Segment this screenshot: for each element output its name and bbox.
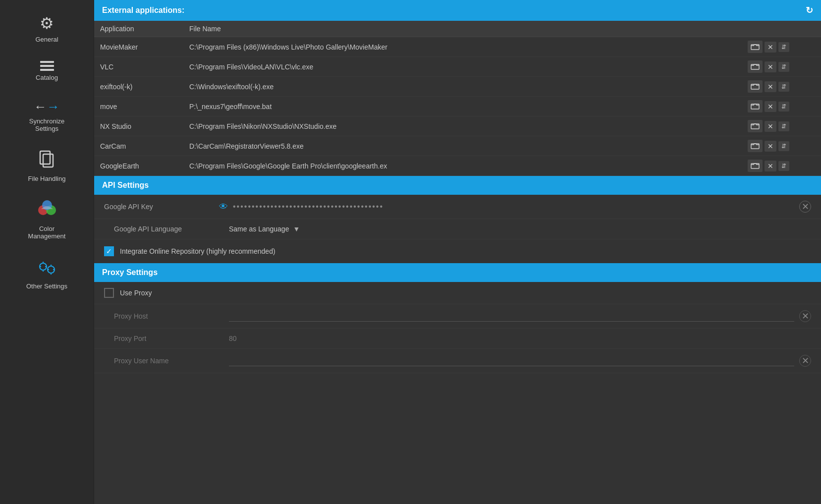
external-apps-table-container[interactable]: Application File Name MovieMaker C:\Prog… — [94, 21, 821, 176]
browse-button[interactable] — [748, 41, 763, 53]
proxy-settings-header: Proxy Settings — [94, 263, 821, 282]
proxy-user-row: Proxy User Name ✕ — [94, 349, 821, 373]
sidebar-item-sync[interactable]: ← → SynchronizeSettings — [0, 90, 94, 141]
browse-button[interactable] — [748, 140, 763, 152]
sidebar-item-general[interactable]: ⚙ General — [0, 5, 94, 52]
browse-button[interactable] — [748, 160, 763, 172]
table-row[interactable]: exiftool(-k) C:\Windows\exiftool(-k).exe… — [94, 77, 821, 97]
use-proxy-label: Use Proxy — [120, 289, 152, 297]
api-settings-header: API Settings — [94, 176, 821, 195]
proxy-settings-content: Use Proxy Proxy Host ✕ Proxy Port 80 Pro… — [94, 282, 821, 373]
proxy-settings-title: Proxy Settings — [102, 268, 158, 277]
delete-button[interactable]: ✕ — [765, 121, 776, 132]
clear-proxy-host-button[interactable]: ✕ — [799, 310, 811, 322]
sidebar-item-file-handling[interactable]: File Handling — [0, 141, 94, 191]
col-actions — [742, 21, 821, 37]
row-actions: ✕ ⇵ — [742, 57, 821, 77]
browse-button[interactable] — [748, 100, 763, 112]
app-path: C:\Program Files\Nikon\NXStudio\NXStudio… — [183, 116, 742, 136]
table-row[interactable]: VLC C:\Program Files\VideoLAN\VLC\vlc.ex… — [94, 57, 821, 77]
integrate-repo-checkbox[interactable]: ✓ — [104, 246, 114, 256]
table-row[interactable]: NX Studio C:\Program Files\Nikon\NXStudi… — [94, 116, 821, 136]
row-actions: ✕ ⇵ — [742, 116, 821, 136]
move-button[interactable]: ⇵ — [778, 62, 789, 72]
app-path: C:\Program Files\Google\Google Earth Pro… — [183, 156, 742, 176]
browse-button[interactable] — [748, 120, 763, 132]
use-proxy-row: Use Proxy — [94, 282, 821, 304]
move-button[interactable]: ⇵ — [778, 102, 789, 112]
color-management-icon — [38, 200, 56, 222]
move-button[interactable]: ⇵ — [778, 121, 789, 131]
google-api-key-row: Google API Key 👁 •••••••••••••••••••••••… — [94, 195, 821, 219]
sidebar: ⚙ General Catalog ← → SynchronizeSetting… — [0, 0, 94, 504]
google-api-key-label: Google API Key — [104, 203, 213, 211]
move-button[interactable]: ⇵ — [778, 141, 789, 151]
sidebar-label-sync: SynchronizeSettings — [29, 117, 65, 132]
app-path: C:\Windows\exiftool(-k).exe — [183, 77, 742, 97]
delete-button[interactable]: ✕ — [765, 61, 776, 72]
move-button[interactable]: ⇵ — [778, 161, 789, 171]
external-apps-table: Application File Name MovieMaker C:\Prog… — [94, 21, 821, 176]
col-application: Application — [94, 21, 183, 37]
clear-proxy-user-button[interactable]: ✕ — [799, 355, 811, 367]
app-path: D:\CarCam\RegistratorViewer5.8.exe — [183, 136, 742, 156]
proxy-user-label: Proxy User Name — [114, 357, 223, 365]
google-api-language-row: Google API Language Same as Language ▼ — [94, 219, 821, 239]
row-actions: ✕ ⇵ — [742, 156, 821, 176]
delete-button[interactable]: ✕ — [765, 42, 776, 53]
sidebar-item-catalog[interactable]: Catalog — [0, 52, 94, 90]
svg-rect-0 — [40, 151, 50, 164]
external-apps-header: External applications: ↻ — [94, 0, 821, 21]
checkmark-icon: ✓ — [106, 247, 112, 255]
main-content: External applications: ↻ Application Fil… — [94, 0, 821, 504]
proxy-host-row: Proxy Host ✕ — [94, 304, 821, 329]
row-actions: ✕ ⇵ — [742, 97, 821, 116]
move-button[interactable]: ⇵ — [778, 42, 789, 52]
language-value: Same as Language — [229, 225, 289, 233]
move-button[interactable]: ⇵ — [778, 82, 789, 92]
use-proxy-checkbox[interactable] — [104, 288, 114, 298]
api-key-row: 👁 ••••••••••••••••••••••••••••••••••••••… — [219, 201, 811, 213]
delete-button[interactable]: ✕ — [765, 141, 776, 152]
app-name: move — [94, 97, 183, 116]
browse-button[interactable] — [748, 60, 763, 73]
proxy-port-row: Proxy Port 80 — [94, 329, 821, 349]
row-actions: ✕ ⇵ — [742, 77, 821, 97]
clear-api-key-button[interactable]: ✕ — [799, 201, 811, 213]
app-name: NX Studio — [94, 116, 183, 136]
svg-rect-1 — [43, 154, 53, 167]
file-handling-icon — [38, 150, 56, 172]
app-name: CarCam — [94, 136, 183, 156]
language-dropdown[interactable]: Same as Language ▼ — [229, 225, 300, 233]
delete-button[interactable]: ✕ — [765, 161, 776, 171]
integrate-repo-label: Integrate Online Repository (highly reco… — [120, 247, 275, 255]
delete-button[interactable]: ✕ — [765, 101, 776, 112]
api-key-dots: •••••••••••••••••••••••••••••••••••••••• — [233, 202, 794, 211]
api-settings-content: Google API Key 👁 •••••••••••••••••••••••… — [94, 195, 821, 263]
row-actions: ✕ ⇵ — [742, 37, 821, 57]
proxy-host-input[interactable] — [229, 311, 794, 322]
app-name: exiftool(-k) — [94, 77, 183, 97]
table-row[interactable]: MovieMaker C:\Program Files (x86)\Window… — [94, 37, 821, 57]
external-apps-title: External applications: — [102, 6, 184, 15]
sidebar-label-catalog: Catalog — [36, 74, 58, 81]
integrate-repo-row: ✓ Integrate Online Repository (highly re… — [94, 239, 821, 263]
table-row[interactable]: GoogleEarth C:\Program Files\Google\Goog… — [94, 156, 821, 176]
app-path: P:\_nexus7\geoff\move.bat — [183, 97, 742, 116]
refresh-icon[interactable]: ↻ — [806, 5, 813, 16]
sidebar-label-general: General — [35, 36, 58, 43]
gear-icon: ⚙ — [40, 14, 54, 33]
table-row[interactable]: CarCam D:\CarCam\RegistratorViewer5.8.ex… — [94, 136, 821, 156]
sidebar-item-color-management[interactable]: ColorManagement — [0, 191, 94, 249]
proxy-user-input[interactable] — [229, 356, 794, 366]
google-api-language-label: Google API Language — [114, 225, 223, 233]
other-settings-icon — [38, 258, 56, 280]
sidebar-label-color-management: ColorManagement — [28, 225, 66, 240]
sidebar-item-other-settings[interactable]: Other Settings — [0, 249, 94, 299]
table-row[interactable]: move P:\_nexus7\geoff\move.bat ✕ ⇵ — [94, 97, 821, 116]
api-settings-title: API Settings — [102, 181, 149, 190]
delete-button[interactable]: ✕ — [765, 81, 776, 92]
browse-button[interactable] — [748, 80, 763, 93]
app-name: GoogleEarth — [94, 156, 183, 176]
eye-icon[interactable]: 👁 — [219, 202, 228, 212]
